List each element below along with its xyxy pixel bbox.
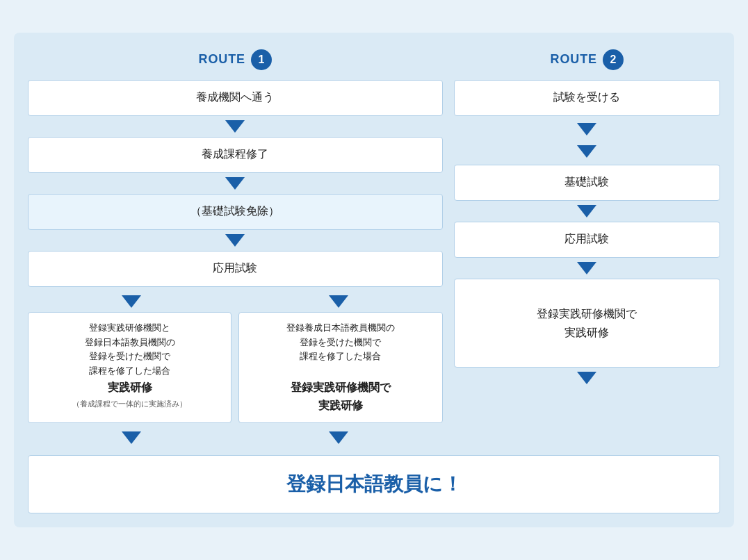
final-text: 登録日本語教員に！: [286, 473, 462, 495]
route1-box1: 養成機関へ通う: [28, 80, 443, 116]
route2-double-arrow2: [577, 145, 596, 158]
route1-box3: （基礎試験免除）: [28, 194, 443, 230]
route1-bl-line1: 登録実践研修機関と登録日本語教員機関の登録を受けた機関で課程を修了した場合: [85, 322, 175, 376]
route1-bl-small: （養成課程で一体的に実施済み）: [72, 400, 187, 408]
route2-column: ROUTE 2 試験を受ける 基礎試験 応用試験 登録実践研修機関で実践研修: [454, 49, 720, 448]
route1-arrow4-left: [122, 295, 141, 308]
diagram-container: ROUTE 1 養成機関へ通う 養成課程修了 （基礎試験免除） 応用試験: [14, 33, 734, 527]
route1-inner: 養成機関へ通う 養成課程修了 （基礎試験免除） 応用試験 登録実践研修機関と登録…: [28, 80, 443, 448]
route2-badge: 2: [603, 49, 624, 70]
route1-header: ROUTE 1: [199, 49, 273, 70]
route1-column: ROUTE 1 養成機関へ通う 養成課程修了 （基礎試験免除） 応用試験: [28, 49, 443, 448]
route2-bb-line1: 登録実践研修機関で実践研修: [537, 308, 637, 338]
route1-arrow2: [225, 177, 245, 190]
route1-arrow1: [225, 120, 245, 133]
route1-label: ROUTE: [199, 52, 246, 67]
route1-split-row: 登録実践研修機関と登録日本語教員機関の登録を受けた機関で課程を修了した場合 実践…: [28, 312, 443, 423]
routes-wrapper: ROUTE 1 養成機関へ通う 養成課程修了 （基礎試験免除） 応用試験: [28, 49, 720, 448]
route2-box2: 基礎試験: [454, 165, 720, 201]
route2-arrow3: [577, 262, 596, 274]
route1-box2: 養成課程修了: [28, 137, 443, 173]
route1-br-line1: 登録養成日本語教員機関の登録を受けた機関で課程を修了した場合: [286, 322, 395, 362]
route1-arrow4-right: [329, 295, 348, 308]
route1-bottom-left: 登録実践研修機関と登録日本語教員機関の登録を受けた機関で課程を修了した場合 実践…: [28, 312, 231, 423]
route2-bottom-box: 登録実践研修機関で実践研修: [454, 279, 720, 368]
route2-arrow2: [577, 205, 596, 217]
route2-box1: 試験を受ける: [454, 80, 720, 116]
route1-bottom-right: 登録養成日本語教員機関の登録を受けた機関で課程を修了した場合 登録実践研修機関で…: [238, 312, 442, 423]
route2-box3: 応用試験: [454, 222, 720, 258]
route2-arrow4: [577, 372, 596, 384]
route1-br-bold: 登録実践研修機関で実践研修: [291, 381, 391, 411]
route2-inner: 試験を受ける 基礎試験 応用試験 登録実践研修機関で実践研修: [454, 80, 720, 388]
route1-box4: 応用試験: [28, 251, 443, 287]
route1-badge: 1: [251, 49, 272, 70]
route1-bl-bold: 実践研修: [108, 381, 152, 393]
route2-double-arrow1: [577, 123, 596, 135]
final-box: 登録日本語教員に！: [28, 455, 720, 513]
route1-arrow3: [225, 234, 245, 247]
route2-label: ROUTE: [551, 52, 598, 67]
route2-header: ROUTE 2: [551, 49, 624, 70]
route1-arrow5-left: [122, 431, 141, 444]
route1-arrow5-right: [329, 431, 348, 444]
